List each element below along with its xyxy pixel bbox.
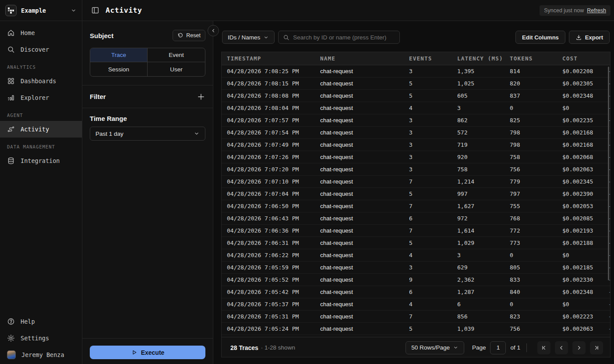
search-type-select[interactable]: IDs / Names [222,31,275,44]
cell-latency: 1,039 [457,325,510,332]
table-row[interactable]: 04/28/2026 7:07:26 PMchat-request3920758… [222,151,610,163]
column-header-name[interactable]: NAME [320,55,409,62]
table-row[interactable]: 04/28/2026 7:05:24 PMchat-request51,0397… [222,323,610,335]
table-toolbar: IDs / Names Edit Columns Export [213,31,614,44]
column-header-tokens[interactable]: TOKENS [510,55,562,62]
table-row[interactable]: 04/28/2026 7:05:37 PMchat-request460$0- [222,298,610,311]
cell-name: chat-request [320,166,409,173]
column-header-events[interactable]: EVENTS [409,55,457,62]
page-number-input[interactable] [490,341,506,354]
chevron-down-icon [453,345,459,350]
cell-overflow: - [608,289,610,295]
cell-tokens: 798 [510,141,562,148]
cell-latency: 719 [457,141,510,148]
time-range-select[interactable]: Past 1 day [90,127,205,141]
sidebar-item-dashboards[interactable]: Dashboards [0,73,82,89]
sidebar-item-help[interactable]: Help [0,313,82,330]
column-header-latency-ms[interactable]: LATENCY (MS) [457,55,510,62]
cell-timestamp: 04/28/2026 7:05:42 PM [227,289,320,295]
tab-event[interactable]: Event [148,48,205,62]
sidebar-item-activity[interactable]: Activity [0,121,82,138]
cell-tokens: 756 [510,325,562,332]
cell-name: chat-request [320,240,409,246]
table-header-row: TIMESTAMPNAMEEVENTSLATENCY (MS)TOKENSCOS… [222,52,610,65]
table-row[interactable]: 04/28/2026 7:07:49 PMchat-request3719798… [222,139,610,151]
sidebar-item-home[interactable]: Home [0,25,82,41]
cell-name: chat-request [320,105,409,111]
rows-per-page-select[interactable]: 50 Rows/Page [406,341,464,354]
user-name: Jeremy Benza [21,351,64,358]
edit-columns-button[interactable]: Edit Columns [515,31,565,44]
table-row[interactable]: 04/28/2026 7:06:50 PMchat-request71,6277… [222,200,610,212]
table-row[interactable]: 04/28/2026 7:07:57 PMchat-request3862825… [222,114,610,127]
table-row[interactable]: 04/28/2026 7:07:04 PMchat-request5997797… [222,188,610,200]
table-row[interactable]: 04/28/2026 7:05:42 PMchat-request61,2878… [222,286,610,298]
add-filter-button[interactable] [197,92,205,101]
search-input[interactable] [293,34,395,41]
table-row[interactable]: 04/28/2026 7:06:43 PMchat-request6972768… [222,212,610,225]
execute-button[interactable]: Execute [90,346,205,359]
page-total-label: of 1 [510,344,520,351]
search-box [278,31,400,44]
table-row[interactable]: 04/28/2026 7:07:54 PMchat-request3572798… [222,127,610,139]
column-header-timestamp[interactable]: TIMESTAMP [227,55,320,62]
tab-user[interactable]: User [148,62,205,76]
first-page-button[interactable] [537,341,550,354]
cell-name: chat-request [320,276,409,283]
refresh-link[interactable]: Refresh [587,7,606,14]
table-row[interactable]: 04/28/2026 7:07:20 PMchat-request3758756… [222,163,610,176]
collapse-panel-button[interactable] [208,25,219,36]
play-icon [131,349,138,356]
synced-text: Synced just now [544,7,584,14]
panel-left-icon[interactable] [91,6,99,14]
first-page-icon [540,344,547,351]
chevron-down-icon [263,35,269,40]
cell-tokens: 837 [510,92,562,99]
cell-events: 3 [409,154,457,160]
sidebar-item-label: Home [21,29,35,36]
reset-button[interactable]: Reset [173,30,205,41]
cell-tokens: 805 [510,264,562,271]
column-header-cost[interactable]: COST [562,55,608,62]
workspace-switcher[interactable]: Example [0,0,82,21]
table-row[interactable]: 04/28/2026 7:06:36 PMchat-request71,6147… [222,225,610,237]
cell-tokens: 0 [510,105,562,111]
vertical-scrollbar[interactable] [608,67,609,280]
cell-events: 5 [409,325,457,332]
last-page-button[interactable] [590,341,603,354]
sidebar-item-user[interactable]: Jeremy Benza [0,346,82,363]
table-row[interactable]: 04/28/2026 7:05:31 PMchat-request7856823… [222,311,610,323]
cell-tokens: 840 [510,289,562,295]
cell-cost: $0.002305 [562,80,608,87]
sidebar-section-analytics: ANALYTICS [0,61,82,73]
table-row[interactable]: 04/28/2026 7:06:22 PMchat-request430$0- [222,249,610,262]
export-button[interactable]: Export [569,31,610,44]
sidebar-item-discover[interactable]: Discover [0,41,82,58]
table-row[interactable]: 04/28/2026 7:08:04 PMchat-request430$0- [222,102,610,114]
table-row[interactable]: 04/28/2026 7:05:59 PMchat-request3629805… [222,262,610,274]
chevron-down-icon [71,7,77,14]
cell-name: chat-request [320,313,409,320]
previous-page-button[interactable] [555,341,568,354]
cell-events: 3 [409,117,457,124]
sidebar-item-label: Activity [21,126,49,133]
tab-trace[interactable]: Trace [90,48,148,62]
cell-tokens: 833 [510,276,562,283]
table-row[interactable]: 04/28/2026 7:08:08 PMchat-request5605837… [222,90,610,102]
tab-session[interactable]: Session [90,62,148,76]
sidebar-item-integration[interactable]: Integration [0,152,82,169]
cell-tokens: 823 [510,313,562,320]
table-row[interactable]: 04/28/2026 7:08:15 PMchat-request51,0258… [222,78,610,90]
sidebar-item-settings[interactable]: Settings [0,330,82,346]
sidebar-item-explorer[interactable]: Explorer [0,89,82,106]
table-row[interactable]: 04/28/2026 7:06:31 PMchat-request51,0297… [222,237,610,249]
sidebar-item-label: Settings [21,335,49,342]
filter-panel: Subject Reset Trace Event Session User F… [82,21,213,364]
next-page-button[interactable] [572,341,586,354]
table-row[interactable]: 04/28/2026 7:05:52 PMchat-request92,3628… [222,274,610,286]
table-row[interactable]: 04/28/2026 7:08:25 PMchat-request31,3958… [222,65,610,78]
cell-latency: 1,614 [457,227,510,234]
user-avatar [7,350,16,359]
table-row[interactable]: 04/28/2026 7:07:10 PMchat-request71,2147… [222,176,610,188]
cell-events: 6 [409,215,457,222]
